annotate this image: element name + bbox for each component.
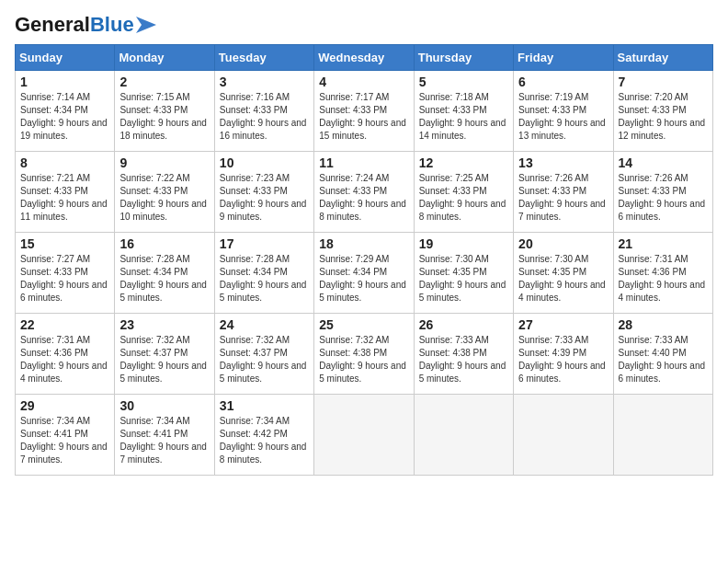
column-header-wednesday: Wednesday: [314, 45, 414, 71]
calendar-cell: 1Sunrise: 7:14 AMSunset: 4:34 PMDaylight…: [16, 71, 115, 152]
calendar-cell: 9Sunrise: 7:22 AMSunset: 4:33 PMDaylight…: [115, 152, 214, 233]
calendar-cell: [414, 395, 513, 476]
day-number: 31: [220, 398, 309, 413]
day-number: 21: [619, 236, 708, 251]
cell-info: Sunrise: 7:34 AMSunset: 4:42 PMDaylight:…: [220, 416, 307, 465]
calendar-cell: 18Sunrise: 7:29 AMSunset: 4:34 PMDayligh…: [314, 233, 414, 314]
calendar-cell: [514, 395, 613, 476]
cell-info: Sunrise: 7:31 AMSunset: 4:36 PMDaylight:…: [20, 335, 108, 384]
cell-info: Sunrise: 7:33 AMSunset: 4:39 PMDaylight:…: [518, 335, 606, 384]
logo-text: GeneralBlue: [15, 15, 134, 35]
calendar-cell: 24Sunrise: 7:32 AMSunset: 4:37 PMDayligh…: [214, 314, 313, 395]
week-row-5: 29Sunrise: 7:34 AMSunset: 4:41 PMDayligh…: [16, 395, 713, 476]
calendar-cell: 21Sunrise: 7:31 AMSunset: 4:36 PMDayligh…: [613, 233, 712, 314]
cell-info: Sunrise: 7:26 AMSunset: 4:33 PMDaylight:…: [518, 173, 606, 222]
day-number: 30: [119, 398, 209, 413]
calendar-cell: 23Sunrise: 7:32 AMSunset: 4:37 PMDayligh…: [115, 314, 214, 395]
day-number: 17: [220, 236, 309, 251]
calendar-cell: 12Sunrise: 7:25 AMSunset: 4:33 PMDayligh…: [414, 152, 513, 233]
cell-info: Sunrise: 7:32 AMSunset: 4:37 PMDaylight:…: [119, 335, 207, 384]
day-number: 28: [619, 317, 708, 332]
calendar-cell: 27Sunrise: 7:33 AMSunset: 4:39 PMDayligh…: [514, 314, 613, 395]
week-row-2: 8Sunrise: 7:21 AMSunset: 4:33 PMDaylight…: [16, 152, 713, 233]
calendar-cell: 15Sunrise: 7:27 AMSunset: 4:33 PMDayligh…: [16, 233, 115, 314]
week-row-4: 22Sunrise: 7:31 AMSunset: 4:36 PMDayligh…: [16, 314, 713, 395]
cell-info: Sunrise: 7:23 AMSunset: 4:33 PMDaylight:…: [220, 173, 307, 222]
day-number: 5: [419, 75, 508, 89]
column-header-monday: Monday: [115, 45, 214, 71]
day-number: 9: [119, 155, 209, 170]
cell-info: Sunrise: 7:14 AMSunset: 4:34 PMDaylight:…: [20, 92, 108, 141]
day-number: 13: [518, 155, 608, 170]
cell-info: Sunrise: 7:32 AMSunset: 4:38 PMDaylight:…: [319, 335, 406, 384]
cell-info: Sunrise: 7:21 AMSunset: 4:33 PMDaylight:…: [20, 173, 108, 222]
calendar-table: SundayMondayTuesdayWednesdayThursdayFrid…: [15, 44, 713, 476]
logo: GeneralBlue: [15, 15, 156, 35]
cell-info: Sunrise: 7:24 AMSunset: 4:33 PMDaylight:…: [319, 173, 406, 222]
day-number: 1: [20, 75, 109, 89]
day-number: 10: [220, 155, 309, 170]
calendar-cell: 7Sunrise: 7:20 AMSunset: 4:33 PMDaylight…: [613, 71, 712, 152]
cell-info: Sunrise: 7:22 AMSunset: 4:33 PMDaylight:…: [119, 173, 207, 222]
day-number: 22: [20, 317, 109, 332]
calendar-cell: 25Sunrise: 7:32 AMSunset: 4:38 PMDayligh…: [314, 314, 414, 395]
day-number: 25: [319, 317, 408, 332]
column-header-tuesday: Tuesday: [214, 45, 313, 71]
logo-arrow-icon: [136, 17, 156, 33]
day-number: 24: [220, 317, 309, 332]
cell-info: Sunrise: 7:18 AMSunset: 4:33 PMDaylight:…: [419, 92, 506, 141]
svg-marker-0: [136, 17, 156, 33]
day-number: 2: [119, 75, 209, 89]
calendar-cell: 4Sunrise: 7:17 AMSunset: 4:33 PMDaylight…: [314, 71, 414, 152]
cell-info: Sunrise: 7:34 AMSunset: 4:41 PMDaylight:…: [20, 416, 108, 465]
cell-info: Sunrise: 7:33 AMSunset: 4:40 PMDaylight:…: [619, 335, 706, 384]
cell-info: Sunrise: 7:17 AMSunset: 4:33 PMDaylight:…: [319, 92, 406, 141]
column-header-thursday: Thursday: [414, 45, 513, 71]
cell-info: Sunrise: 7:19 AMSunset: 4:33 PMDaylight:…: [518, 92, 606, 141]
day-number: 6: [518, 75, 608, 89]
day-number: 14: [619, 155, 708, 170]
calendar-cell: 16Sunrise: 7:28 AMSunset: 4:34 PMDayligh…: [115, 233, 214, 314]
calendar-cell: 11Sunrise: 7:24 AMSunset: 4:33 PMDayligh…: [314, 152, 414, 233]
calendar-cell: 8Sunrise: 7:21 AMSunset: 4:33 PMDaylight…: [16, 152, 115, 233]
cell-info: Sunrise: 7:30 AMSunset: 4:35 PMDaylight:…: [419, 254, 506, 303]
cell-info: Sunrise: 7:30 AMSunset: 4:35 PMDaylight:…: [518, 254, 606, 303]
calendar-cell: 6Sunrise: 7:19 AMSunset: 4:33 PMDaylight…: [514, 71, 613, 152]
cell-info: Sunrise: 7:28 AMSunset: 4:34 PMDaylight:…: [220, 254, 307, 303]
calendar-cell: 26Sunrise: 7:33 AMSunset: 4:38 PMDayligh…: [414, 314, 513, 395]
calendar-cell: 13Sunrise: 7:26 AMSunset: 4:33 PMDayligh…: [514, 152, 613, 233]
cell-info: Sunrise: 7:25 AMSunset: 4:33 PMDaylight:…: [419, 173, 506, 222]
cell-info: Sunrise: 7:26 AMSunset: 4:33 PMDaylight:…: [619, 173, 706, 222]
day-number: 15: [20, 236, 109, 251]
page-header: GeneralBlue: [15, 15, 713, 35]
calendar-cell: 20Sunrise: 7:30 AMSunset: 4:35 PMDayligh…: [514, 233, 613, 314]
calendar-cell: 14Sunrise: 7:26 AMSunset: 4:33 PMDayligh…: [613, 152, 712, 233]
day-number: 27: [518, 317, 608, 332]
week-row-3: 15Sunrise: 7:27 AMSunset: 4:33 PMDayligh…: [16, 233, 713, 314]
calendar-header-row: SundayMondayTuesdayWednesdayThursdayFrid…: [16, 45, 713, 71]
day-number: 20: [518, 236, 608, 251]
cell-info: Sunrise: 7:28 AMSunset: 4:34 PMDaylight:…: [119, 254, 207, 303]
calendar-cell: [613, 395, 712, 476]
day-number: 11: [319, 155, 408, 170]
cell-info: Sunrise: 7:27 AMSunset: 4:33 PMDaylight:…: [20, 254, 108, 303]
calendar-cell: [314, 395, 414, 476]
calendar-cell: 19Sunrise: 7:30 AMSunset: 4:35 PMDayligh…: [414, 233, 513, 314]
calendar-cell: 2Sunrise: 7:15 AMSunset: 4:33 PMDaylight…: [115, 71, 214, 152]
cell-info: Sunrise: 7:33 AMSunset: 4:38 PMDaylight:…: [419, 335, 506, 384]
day-number: 12: [419, 155, 508, 170]
day-number: 23: [119, 317, 209, 332]
cell-info: Sunrise: 7:34 AMSunset: 4:41 PMDaylight:…: [119, 416, 207, 465]
column-header-friday: Friday: [514, 45, 613, 71]
day-number: 18: [319, 236, 408, 251]
day-number: 8: [20, 155, 109, 170]
day-number: 29: [20, 398, 109, 413]
cell-info: Sunrise: 7:31 AMSunset: 4:36 PMDaylight:…: [619, 254, 706, 303]
calendar-cell: 5Sunrise: 7:18 AMSunset: 4:33 PMDaylight…: [414, 71, 513, 152]
column-header-saturday: Saturday: [613, 45, 712, 71]
calendar-cell: 30Sunrise: 7:34 AMSunset: 4:41 PMDayligh…: [115, 395, 214, 476]
calendar-cell: 28Sunrise: 7:33 AMSunset: 4:40 PMDayligh…: [613, 314, 712, 395]
day-number: 3: [220, 75, 309, 89]
column-header-sunday: Sunday: [16, 45, 115, 71]
day-number: 4: [319, 75, 408, 89]
